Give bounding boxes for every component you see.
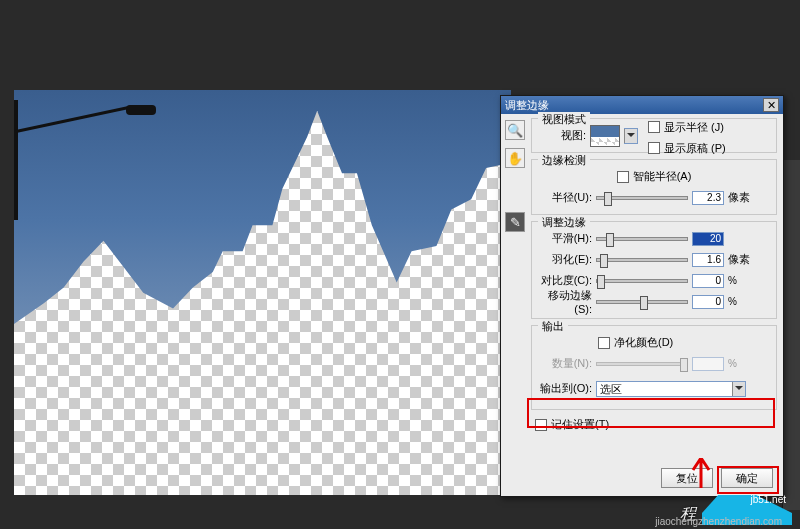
- group-title-adjust: 调整边缘: [538, 215, 590, 230]
- contrast-value[interactable]: 0: [692, 274, 724, 288]
- hand-icon[interactable]: ✋: [505, 148, 525, 168]
- view-dropdown[interactable]: [624, 128, 638, 144]
- brush-icon[interactable]: ✎: [505, 212, 525, 232]
- radius-unit: 像素: [728, 190, 750, 205]
- amount-slider: [596, 362, 688, 366]
- smart-radius-label: 智能半径(A): [633, 169, 692, 184]
- amount-label: 数量(N):: [538, 356, 592, 371]
- view-label: 视图:: [538, 128, 586, 143]
- group-title-output: 输出: [538, 319, 568, 334]
- panels-strip: [782, 160, 800, 510]
- output-to-value: 选区: [600, 383, 622, 395]
- shift-label: 移动边缘(S):: [538, 288, 592, 315]
- zoom-icon[interactable]: 🔍: [505, 120, 525, 140]
- smooth-value[interactable]: 20: [692, 232, 724, 246]
- shift-unit: %: [728, 296, 740, 307]
- canvas[interactable]: [14, 90, 511, 495]
- smooth-slider[interactable]: [596, 237, 688, 241]
- group-title-view: 视图模式: [538, 112, 590, 127]
- close-button[interactable]: ✕: [763, 98, 779, 112]
- show-original-checkbox[interactable]: [648, 142, 660, 154]
- output-to-label: 输出到(O):: [538, 381, 592, 396]
- group-output: 输出 净化颜色(D) 数量(N): % 输出到(O): 选区: [531, 325, 777, 410]
- radius-slider[interactable]: [596, 196, 688, 200]
- remember-checkbox[interactable]: [535, 419, 547, 431]
- group-adjust-edge: 调整边缘 平滑(H): 20 羽化(E): 1.6 像素 对比度(C): 0 %…: [531, 221, 777, 319]
- smooth-label: 平滑(H):: [538, 231, 592, 246]
- watermark-url: jiaochengzhenzhendian.com: [655, 516, 782, 527]
- feather-slider[interactable]: [596, 258, 688, 262]
- shift-value[interactable]: 0: [692, 295, 724, 309]
- refine-edge-dialog: 调整边缘 ✕ 🔍 ✋ ✎ 视图模式 视图: 显示半径 (J) 显示原稿 (P) …: [500, 95, 784, 497]
- amount-value: [692, 357, 724, 371]
- view-thumbnail[interactable]: [590, 125, 620, 147]
- watermark-jb51: jb51.net: [750, 494, 786, 505]
- output-to-select[interactable]: 选区: [596, 381, 746, 397]
- chevron-down-icon: [624, 129, 637, 143]
- decontaminate-checkbox[interactable]: [598, 337, 610, 349]
- group-edge-detection: 边缘检测 智能半径(A) 半径(U): 2.3 像素: [531, 159, 777, 215]
- remember-label: 记住设置(T): [551, 417, 609, 432]
- reset-button[interactable]: 复位: [661, 468, 713, 488]
- radius-value[interactable]: 2.3: [692, 191, 724, 205]
- contrast-label: 对比度(C):: [538, 273, 592, 288]
- feather-label: 羽化(E):: [538, 252, 592, 267]
- feather-unit: 像素: [728, 252, 750, 267]
- radius-label: 半径(U):: [538, 190, 592, 205]
- smart-radius-checkbox[interactable]: [617, 171, 629, 183]
- contrast-unit: %: [728, 275, 740, 286]
- decontaminate-label: 净化颜色(D): [614, 335, 673, 350]
- shift-slider[interactable]: [596, 300, 688, 304]
- group-title-edge: 边缘检测: [538, 153, 590, 168]
- ok-button[interactable]: 确定: [721, 468, 773, 488]
- dialog-toolstrip: 🔍 ✋ ✎: [505, 120, 527, 232]
- contrast-slider[interactable]: [596, 279, 688, 283]
- show-radius-checkbox[interactable]: [648, 121, 660, 133]
- show-original-label: 显示原稿 (P): [664, 141, 726, 156]
- show-radius-label: 显示半径 (J): [664, 120, 724, 135]
- feather-value[interactable]: 1.6: [692, 253, 724, 267]
- group-view-mode: 视图模式 视图: 显示半径 (J) 显示原稿 (P): [531, 118, 777, 153]
- amount-unit: %: [728, 358, 740, 369]
- chevron-down-icon: [732, 382, 745, 396]
